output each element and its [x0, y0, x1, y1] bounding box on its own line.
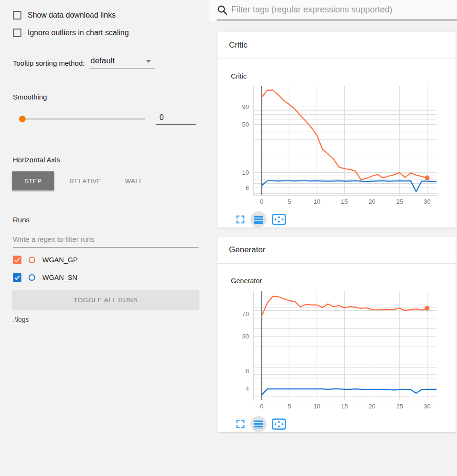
generator-card-title: Generator [229, 245, 266, 255]
expand-chart-button[interactable] [236, 419, 245, 429]
svg-text:90: 90 [242, 103, 249, 110]
run-label: WGAN_SN [42, 274, 77, 281]
search-icon [217, 4, 228, 16]
svg-text:5: 5 [288, 403, 291, 410]
check-icon [13, 256, 21, 264]
svg-text:70: 70 [242, 310, 249, 317]
run-label: WGAN_GP [42, 256, 78, 264]
run-checkbox[interactable] [13, 273, 21, 282]
generator-chart-title: Generator [231, 277, 456, 285]
runs-filter-input[interactable] [13, 235, 199, 248]
generator-card-header[interactable]: Generator [218, 237, 456, 264]
tag-filter-bar [209, 0, 457, 21]
show-download-links-checkbox[interactable] [13, 11, 21, 20]
run-checkbox[interactable] [13, 256, 21, 264]
run-selector-toggle-button[interactable] [250, 416, 267, 432]
svg-text:15: 15 [341, 198, 348, 205]
svg-text:6: 6 [246, 184, 249, 191]
svg-text:8: 8 [246, 367, 249, 375]
critic-card-title: Critic [229, 40, 248, 50]
show-download-links-label: Show data download links [28, 11, 116, 20]
fit-domain-button[interactable] [272, 418, 286, 430]
tag-filter-input[interactable] [231, 5, 457, 15]
tooltip-sorting-value: default [90, 56, 115, 65]
runs-section: Runs WGAN_GP [0, 204, 209, 323]
axis-step-button[interactable]: STEP [12, 171, 54, 190]
run-list: WGAN_GP WGAN_SN [13, 255, 199, 282]
generator-chart-actions [236, 416, 456, 432]
svg-text:25: 25 [396, 198, 403, 205]
ignore-outliers-checkbox[interactable] [13, 29, 21, 37]
smoothing-slider-track[interactable] [19, 119, 145, 119]
run-item-wgan-sn[interactable]: WGAN_SN [13, 273, 199, 282]
svg-text:20: 20 [368, 198, 375, 205]
expand-icon [236, 215, 245, 224]
fit-domain-icon [272, 418, 286, 430]
tooltip-sorting-label: Tooltip sorting method: [13, 59, 85, 69]
svg-text:15: 15 [341, 403, 348, 410]
ignore-outliers-label: Ignore outliers in chart scaling [28, 29, 129, 37]
main-pane: Critic Critic 6105090051015202530 [209, 0, 457, 476]
cards-area: Critic Critic 6105090051015202530 [209, 21, 457, 476]
run-item-wgan-gp[interactable]: WGAN_GP [13, 255, 199, 265]
svg-text:50: 50 [242, 121, 249, 128]
critic-chart-title: Critic [231, 72, 456, 80]
tensorboard-scalars-page: Show data download links Ignore outliers… [0, 0, 457, 476]
smoothing-section: Smoothing [0, 82, 209, 144]
runs-label: Runs [13, 216, 199, 224]
critic-chart[interactable]: 6105090051015202530 [225, 84, 454, 208]
run-radio[interactable] [29, 257, 35, 263]
horizontal-axis-section: Horizontal Axis STEP RELATIVE WALL [0, 144, 209, 204]
axis-wall-button[interactable]: WALL [117, 171, 151, 190]
ignore-outliers-row[interactable]: Ignore outliers in chart scaling [13, 28, 199, 37]
run-radio[interactable] [29, 274, 35, 281]
critic-chart-actions [236, 211, 456, 228]
data-lines-icon [254, 420, 263, 428]
svg-text:30: 30 [424, 403, 430, 410]
tooltip-sorting-row: Tooltip sorting method: default [13, 56, 199, 69]
check-icon [13, 274, 21, 281]
fit-domain-button[interactable] [272, 214, 286, 225]
svg-text:30: 30 [242, 333, 249, 340]
svg-text:20: 20 [368, 403, 375, 410]
svg-text:25: 25 [396, 403, 403, 410]
svg-text:5: 5 [288, 198, 291, 205]
general-options-section: Show data download links Ignore outliers… [0, 0, 209, 82]
show-download-links-row[interactable]: Show data download links [13, 10, 199, 20]
run-selector-toggle-button[interactable] [250, 211, 267, 228]
generator-card: Generator Generator 483070051015202530 [218, 237, 456, 432]
svg-text:0: 0 [260, 403, 263, 410]
tooltip-sorting-select[interactable]: default [89, 56, 155, 69]
smoothing-label: Smoothing [13, 93, 199, 101]
svg-text:30: 30 [424, 198, 430, 205]
smoothing-value-input[interactable] [156, 113, 196, 125]
svg-text:10: 10 [242, 169, 249, 176]
expand-chart-button[interactable] [236, 215, 245, 224]
svg-text:10: 10 [313, 198, 320, 205]
generator-chart[interactable]: 483070051015202530 [225, 288, 454, 413]
sidebar: Show data download links Ignore outliers… [0, 0, 209, 476]
critic-card: Critic Critic 6105090051015202530 [218, 32, 456, 228]
axis-relative-button[interactable]: RELATIVE [61, 171, 110, 190]
svg-text:0: 0 [260, 198, 263, 205]
svg-text:10: 10 [313, 403, 320, 410]
critic-card-header[interactable]: Critic [218, 32, 456, 59]
fit-domain-icon [272, 214, 286, 225]
toggle-all-runs-button[interactable]: TOGGLE ALL RUNS [12, 290, 199, 310]
smoothing-slider[interactable] [19, 115, 145, 123]
dropdown-caret-icon [146, 60, 151, 63]
smoothing-slider-thumb[interactable] [19, 116, 26, 122]
data-lines-icon [254, 216, 263, 224]
svg-text:4: 4 [246, 386, 249, 393]
horizontal-axis-label: Horizontal Axis [13, 156, 199, 164]
log-directory-path: .\logs [13, 316, 199, 323]
expand-icon [236, 419, 245, 429]
